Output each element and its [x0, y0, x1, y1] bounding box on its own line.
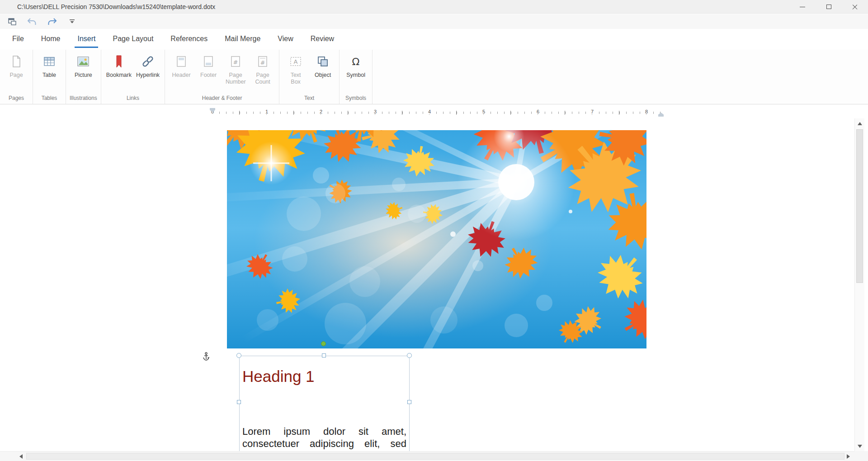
picture-button-label: Picture: [75, 72, 92, 79]
quick-access-toolbar: [0, 14, 868, 29]
ruler-number: 2: [318, 109, 324, 114]
redo-icon: [47, 18, 57, 26]
object-icon: [314, 52, 332, 71]
group-label-symbols: Symbols: [342, 93, 369, 104]
chevron-down-icon: [70, 19, 75, 24]
table-icon: [40, 52, 58, 71]
footer-button[interactable]: Footer: [195, 52, 222, 80]
resize-handle-top-left[interactable]: [236, 353, 241, 358]
hyperlink-button[interactable]: Hyperlink: [134, 52, 162, 80]
tab-view[interactable]: View: [269, 29, 302, 50]
scroll-up-button[interactable]: [855, 119, 864, 127]
group-label-tables: Tables: [36, 93, 63, 104]
tab-file[interactable]: File: [4, 29, 33, 50]
window-title: C:\Users\DELL Precision 7530\Downloads\w…: [17, 3, 215, 10]
ribbon: Page Pages Table Tables: [0, 50, 868, 104]
rotate-handle[interactable]: [321, 341, 326, 346]
page-number-button[interactable]: # Page Number: [222, 52, 249, 86]
tab-review[interactable]: Review: [302, 29, 343, 50]
ruler-number: 5: [481, 109, 487, 114]
resize-handle-middle-left[interactable]: [237, 400, 241, 404]
ruler-number: 4: [426, 109, 433, 114]
ribbon-group-tables: Table Tables: [33, 50, 66, 104]
undo-button[interactable]: [26, 16, 38, 28]
maximize-icon: [826, 5, 831, 9]
tab-page-layout[interactable]: Page Layout: [104, 29, 162, 50]
qat-customize-button[interactable]: [66, 16, 78, 28]
tab-insert[interactable]: Insert: [69, 29, 104, 50]
resize-handle-top-right[interactable]: [407, 353, 412, 358]
hyperlink-icon: [139, 52, 157, 71]
page-number-button-label: Page Number: [226, 72, 245, 85]
picture-button[interactable]: Picture: [70, 52, 97, 80]
footer-icon: [199, 52, 217, 71]
resize-handle-middle-right[interactable]: [407, 400, 411, 404]
close-button[interactable]: [842, 0, 868, 14]
text-box-button[interactable]: A Text Box: [282, 52, 309, 86]
bookmark-button[interactable]: Bookmark: [104, 52, 134, 80]
group-label-text: Text: [282, 93, 336, 104]
app-menu-icon: [8, 18, 16, 25]
page-count-button[interactable]: # Page Count: [249, 52, 276, 86]
resize-handle-top-center[interactable]: [322, 353, 326, 358]
minimize-button[interactable]: [789, 0, 816, 14]
svg-text:Ω: Ω: [352, 56, 360, 67]
paragraph-line[interactable]: consectetuer adipiscing elit, sed: [242, 437, 406, 450]
paragraph-line[interactable]: Lorem ipsum dolor sit amet,: [242, 425, 406, 437]
footer-button-label: Footer: [200, 72, 217, 79]
app-menu-button[interactable]: [6, 16, 18, 28]
object-button-label: Object: [315, 72, 331, 79]
arrow-right-icon: [847, 454, 850, 459]
body-paragraph[interactable]: Lorem ipsum dolor sit amet, consectetuer…: [242, 425, 406, 451]
heading-text[interactable]: Heading 1: [242, 367, 406, 386]
table-button-label: Table: [42, 72, 56, 79]
horizontal-scroll-thumb[interactable]: [26, 453, 844, 460]
group-label-illustrations: Illustrations: [69, 93, 98, 104]
ruler-number: 3: [372, 109, 378, 114]
title-bar: C:\Users\DELL Precision 7530\Downloads\w…: [0, 0, 868, 14]
minimize-icon: [800, 7, 805, 7]
word-editor-window: C:\Users\DELL Precision 7530\Downloads\w…: [0, 0, 868, 461]
symbol-button-label: Symbol: [346, 72, 365, 79]
ribbon-group-symbols: Ω Symbol Symbols: [340, 50, 373, 104]
window-controls: [789, 0, 868, 14]
header-icon: [172, 52, 190, 71]
document-image[interactable]: [227, 130, 646, 348]
ribbon-group-pages: Page Pages: [0, 50, 33, 104]
object-button[interactable]: Object: [309, 52, 336, 80]
maximize-button[interactable]: [816, 0, 842, 14]
page-button[interactable]: Page: [3, 52, 30, 80]
group-label-header-footer: Header & Footer: [168, 93, 276, 104]
scroll-down-button[interactable]: [855, 442, 864, 450]
horizontal-scrollbar[interactable]: [0, 451, 854, 461]
symbol-button[interactable]: Ω Symbol: [342, 52, 369, 80]
text-box[interactable]: Heading 1 Lorem ipsum dolor sit amet, co…: [239, 356, 410, 451]
ruler-number: 1: [264, 109, 270, 114]
redo-button[interactable]: [46, 16, 58, 28]
hyperlink-button-label: Hyperlink: [136, 72, 160, 79]
group-label-pages: Pages: [3, 93, 30, 104]
picture-icon: [74, 52, 92, 71]
svg-text:#: #: [260, 59, 265, 66]
page-count-icon: #: [254, 52, 272, 71]
bookmark-icon: [110, 52, 128, 71]
vertical-scrollbar[interactable]: [854, 118, 864, 451]
header-button-label: Header: [172, 72, 191, 79]
ruler-number: 6: [535, 109, 541, 114]
ruler-half-ticks: [212, 111, 665, 115]
anchor-icon[interactable]: [203, 352, 210, 363]
document-canvas[interactable]: Heading 1 Lorem ipsum dolor sit amet, co…: [0, 118, 854, 451]
page-number-icon: #: [226, 52, 245, 71]
tab-references[interactable]: References: [162, 29, 216, 50]
tab-home[interactable]: Home: [33, 29, 69, 50]
vertical-scroll-thumb[interactable]: [856, 129, 863, 283]
header-button[interactable]: Header: [168, 52, 195, 80]
table-button[interactable]: Table: [36, 52, 63, 80]
scroll-left-button[interactable]: [16, 452, 25, 461]
arrow-up-icon: [858, 122, 862, 125]
page-icon: [7, 52, 25, 71]
scrollbar-corner: [854, 451, 868, 461]
scroll-right-button[interactable]: [844, 452, 853, 461]
text-box-button-label: Text Box: [286, 72, 306, 85]
tab-mail-merge[interactable]: Mail Merge: [216, 29, 269, 50]
